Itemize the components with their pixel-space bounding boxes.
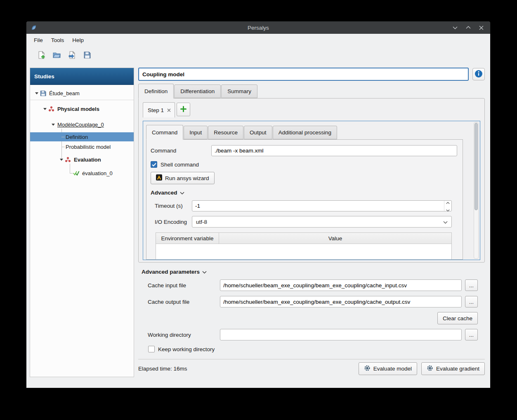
tree-item-definition[interactable]: Definition [30, 132, 134, 141]
titlebar[interactable]: Persalys [26, 21, 490, 34]
tab-definition[interactable]: Definition [138, 84, 174, 99]
plus-icon [180, 106, 186, 113]
tree-item-label: Physical models [57, 106, 99, 112]
advanced-parameters-label: Advanced parameters [142, 269, 200, 275]
working-directory-label: Working directory [148, 332, 220, 338]
main-panel: Definition Differentiation Summary Step … [138, 68, 485, 388]
env-variable-column-header[interactable]: Environment variable [156, 233, 219, 244]
physical-model-icon [48, 106, 57, 112]
study-save-icon [40, 90, 48, 96]
browse-cache-output-button[interactable]: ... [465, 296, 478, 307]
study-tree: Étude_beam Physical models ModèleCouplag… [30, 85, 134, 377]
run-ansys-wizard-button[interactable]: Run ansys wizard [151, 172, 215, 184]
advanced-parameters-header[interactable]: Advanced parameters [138, 268, 485, 275]
chevron-down-icon [202, 269, 207, 275]
timeout-label: Timeout (s) [155, 203, 192, 209]
expander-icon[interactable] [33, 92, 40, 94]
command-tab-page: Command Shell command [146, 139, 463, 260]
import-study-button[interactable] [66, 50, 78, 61]
menu-tools[interactable]: Tools [47, 35, 68, 45]
info-button[interactable] [472, 68, 485, 80]
coupling-step-tab-bar: Command Input Resource Output Additional… [146, 125, 463, 139]
new-study-button[interactable] [35, 50, 47, 61]
menu-file[interactable]: File [30, 35, 47, 45]
model-name-input[interactable] [138, 68, 469, 81]
keep-working-directory-checkbox[interactable] [148, 346, 155, 352]
persalys-window: Persalys File Tools Help [26, 21, 490, 388]
app-logo-icon [31, 24, 37, 31]
step1-page: Command Input Resource Output Additional… [143, 121, 480, 260]
cache-input-file-input[interactable] [220, 279, 462, 291]
keep-working-directory-label: Keep working directory [158, 346, 215, 352]
tree-item-evaluation-0[interactable]: évaluation_0 [30, 169, 134, 178]
tree-item-study[interactable]: Étude_beam [30, 89, 134, 98]
tab-differentiation[interactable]: Differentiation [174, 84, 221, 98]
command-label: Command [151, 148, 211, 154]
tree-item-probabilistic-model[interactable]: Probabilistic model [30, 142, 134, 151]
cache-output-file-input[interactable] [220, 296, 462, 307]
browse-working-directory-button[interactable]: ... [465, 329, 478, 340]
tab-input[interactable]: Input [184, 126, 208, 139]
import-study-icon [68, 51, 76, 60]
tab-command[interactable]: Command [146, 125, 183, 140]
open-study-icon [53, 51, 61, 60]
close-icon[interactable] [479, 26, 484, 30]
spin-down-icon[interactable] [446, 206, 450, 213]
menu-help[interactable]: Help [68, 35, 88, 45]
tree-item-evaluation[interactable]: Evaluation [30, 155, 134, 164]
tree-item-model-couplage[interactable]: ModèleCouplage_0 [30, 120, 134, 129]
browse-cache-input-button[interactable]: ... [465, 279, 478, 291]
minimize-icon[interactable] [453, 26, 458, 30]
tree-item-physical-models[interactable]: Physical models [30, 104, 134, 113]
timeout-input[interactable] [192, 201, 444, 211]
tree-item-label: évaluation_0 [81, 170, 113, 176]
tree-item-label: Étude_beam [48, 90, 80, 96]
open-study-button[interactable] [51, 50, 62, 61]
working-directory-input[interactable] [220, 329, 462, 340]
tree-item-label: Definition [65, 134, 88, 140]
footer-separator [138, 359, 485, 359]
toolbar [26, 46, 490, 65]
encoding-label: I/O Encoding [155, 219, 192, 225]
maximize-icon[interactable] [466, 26, 471, 30]
encoding-dropdown[interactable]: utf-8 [192, 216, 452, 228]
main-tab-bar: Definition Differentiation Summary [138, 84, 485, 98]
scrollbar-thumb[interactable] [475, 123, 478, 210]
cache-input-file-label: Cache input file [148, 282, 220, 289]
vertical-scrollbar[interactable] [474, 122, 479, 259]
shell-command-label: Shell command [161, 162, 199, 168]
expander-icon[interactable] [58, 159, 65, 161]
advanced-section-header[interactable]: Advanced [151, 189, 456, 196]
spin-up-icon[interactable] [446, 199, 450, 205]
clear-cache-button[interactable]: Clear cache [437, 312, 478, 324]
tree-separator [30, 100, 134, 100]
save-study-button[interactable] [81, 50, 93, 61]
footer-bar: Elapsed time: 16ms Evaluate model Evalua… [138, 362, 485, 375]
tab-additional-processing[interactable]: Additional processing [273, 126, 337, 139]
new-study-icon [38, 51, 45, 60]
tab-summary[interactable]: Summary [221, 84, 257, 98]
tab-step1[interactable]: Step 1 [143, 102, 175, 117]
evaluation-icon [65, 157, 73, 163]
double-check-icon [73, 170, 81, 176]
tab-output[interactable]: Output [244, 126, 272, 139]
command-input[interactable] [211, 145, 457, 156]
expander-icon[interactable] [50, 124, 57, 126]
evaluate-gradient-button[interactable]: Evaluate gradient [421, 362, 485, 375]
chevron-down-icon [443, 219, 448, 225]
tree-item-label: ModèleCouplage_0 [57, 122, 104, 128]
run-gear-icon [427, 365, 433, 373]
env-table-body[interactable] [156, 244, 451, 260]
shell-command-checkbox[interactable] [151, 161, 157, 168]
cache-output-file-label: Cache output file [148, 299, 220, 305]
evaluate-model-button[interactable]: Evaluate model [359, 362, 417, 375]
expander-icon[interactable] [42, 108, 48, 110]
save-icon [83, 51, 91, 60]
timeout-spinner[interactable] [192, 200, 452, 211]
advanced-label: Advanced [151, 190, 177, 196]
env-value-column-header[interactable]: Value [219, 233, 451, 244]
add-step-button[interactable] [177, 103, 190, 116]
close-step-icon[interactable] [167, 108, 171, 112]
tab-resource[interactable]: Resource [208, 126, 243, 139]
evaluate-model-label: Evaluate model [373, 366, 412, 372]
